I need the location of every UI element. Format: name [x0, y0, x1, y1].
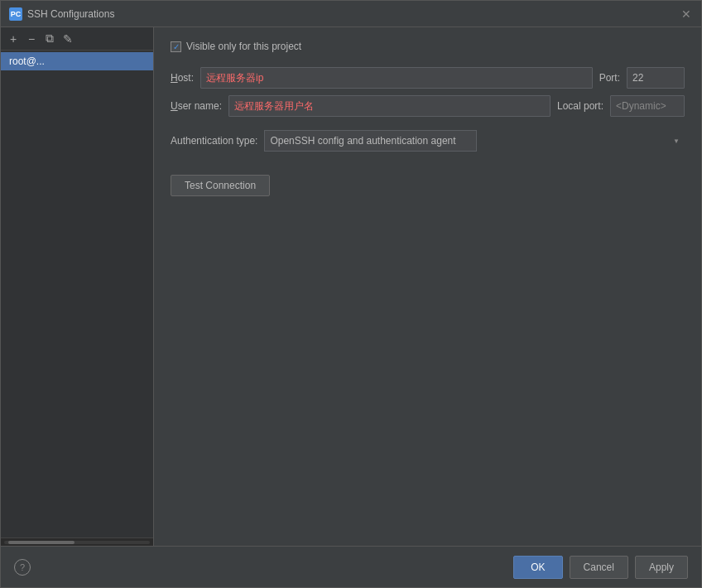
- copy-button[interactable]: ⧉: [42, 31, 57, 46]
- add-button[interactable]: +: [6, 31, 21, 46]
- sidebar: + − ⧉ ✎ root@...: [1, 27, 154, 546]
- username-label: User name:: [171, 100, 222, 112]
- auth-type-row: Authentication type: OpenSSH config and …: [171, 130, 685, 152]
- username-localport-row: User name: Local port:: [171, 95, 685, 117]
- port-input[interactable]: [627, 67, 685, 89]
- local-port-label: Local port:: [557, 100, 603, 112]
- cancel-button[interactable]: Cancel: [570, 556, 628, 579]
- ok-button[interactable]: OK: [513, 556, 562, 579]
- bottom-bar: ? OK Cancel Apply: [1, 546, 701, 587]
- visible-only-label: Visible only for this project: [186, 41, 301, 52]
- host-port-row: Host: Port:: [171, 67, 685, 89]
- apply-button[interactable]: Apply: [635, 556, 688, 579]
- port-label: Port:: [599, 72, 620, 84]
- right-panel: Visible only for this project Host: Port…: [154, 27, 701, 546]
- ssh-configurations-dialog: PC SSH Configurations ✕ + − ⧉ ✎ root@...: [0, 0, 702, 588]
- dialog-title: SSH Configurations: [27, 8, 680, 20]
- username-input[interactable]: [228, 95, 551, 117]
- sidebar-scrollbar-track: [4, 541, 150, 544]
- local-port-input[interactable]: [610, 95, 685, 117]
- sidebar-item-root[interactable]: root@...: [1, 52, 153, 70]
- bottom-right: OK Cancel Apply: [513, 556, 688, 579]
- test-connection-container: Test Connection: [171, 163, 685, 196]
- visible-only-checkbox[interactable]: [171, 41, 181, 52]
- auth-type-select-wrapper: OpenSSH config and authentication agent …: [264, 130, 685, 152]
- app-icon: PC: [9, 7, 22, 21]
- auth-type-select[interactable]: OpenSSH config and authentication agent …: [264, 130, 477, 152]
- auth-type-label: Authentication type:: [171, 135, 257, 147]
- sidebar-horizontal-scrollbar[interactable]: [1, 537, 153, 546]
- remove-button[interactable]: −: [24, 31, 39, 46]
- test-connection-button[interactable]: Test Connection: [171, 175, 270, 196]
- bottom-left: ?: [14, 559, 31, 576]
- help-button[interactable]: ?: [14, 559, 31, 576]
- close-button[interactable]: ✕: [680, 7, 693, 21]
- edit-button[interactable]: ✎: [60, 31, 75, 46]
- visible-only-row: Visible only for this project: [171, 41, 685, 52]
- sidebar-list[interactable]: root@...: [1, 51, 153, 537]
- main-content: + − ⧉ ✎ root@... Vis: [1, 27, 701, 546]
- host-input[interactable]: [200, 67, 593, 89]
- title-bar: PC SSH Configurations ✕: [1, 1, 701, 27]
- host-label: Host:: [171, 72, 194, 84]
- sidebar-scrollbar-thumb: [8, 541, 75, 544]
- sidebar-toolbar: + − ⧉ ✎: [1, 27, 153, 51]
